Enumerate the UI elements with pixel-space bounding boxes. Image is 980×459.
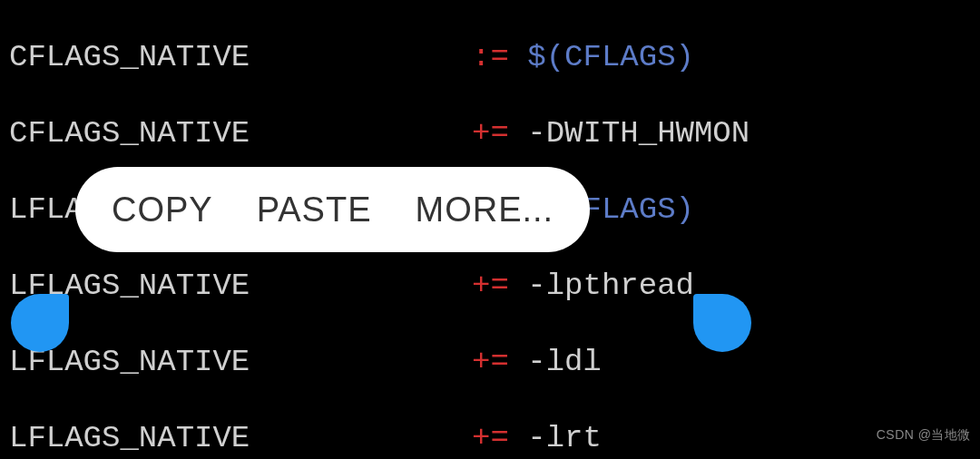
paste-button[interactable]: PASTE — [257, 190, 372, 229]
code-line: LFLAGS_NATIVE += -lpthread — [9, 267, 971, 305]
watermark-text: CSDN @当地微 — [877, 415, 971, 454]
copy-button[interactable]: COPY — [112, 190, 213, 229]
context-menu: COPY PASTE MORE... — [75, 167, 590, 252]
code-line: CFLAGS_NATIVE := $(CFLAGS) — [9, 38, 971, 76]
code-line: LFLAGS_NATIVE += -ldl — [9, 343, 971, 381]
selection-handle-right[interactable] — [693, 294, 751, 352]
more-button[interactable]: MORE... — [415, 190, 554, 229]
code-line: CFLAGS_NATIVE += -DWITH_HWMON — [9, 114, 971, 152]
selection-handle-left[interactable] — [11, 294, 69, 352]
code-line: LFLAGS_NATIVE += -lrt — [9, 419, 971, 457]
